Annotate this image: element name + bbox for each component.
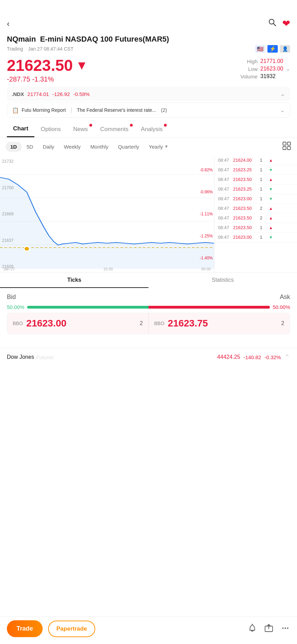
tick-row: 08:47 21623.50 1 ▲ — [214, 223, 297, 233]
comments-dot — [130, 124, 133, 127]
period-1d[interactable]: 1D — [6, 142, 22, 152]
tick-row: 08:47 21623.25 1 ▼ — [214, 184, 297, 194]
chart-area: 21732 21700 21669 21637 21605 -0.82% -0.… — [0, 155, 297, 272]
chart-labels-right: -0.82% -0.96% -1.11% -1.25% -1.40% — [200, 155, 213, 272]
price-change: -287.75 -1.31% — [7, 75, 88, 83]
svg-rect-3 — [287, 142, 290, 145]
trading-info: Trading Jan 27 08:47:44 CST — [7, 46, 74, 52]
yearly-arrow-icon: ▼ — [164, 144, 168, 149]
bbo-row: BBO 21623.00 2 BBO 21623.75 2 — [7, 313, 290, 334]
period-weekly[interactable]: Weekly — [59, 142, 86, 152]
person-icon: 👤 — [280, 45, 290, 53]
period-daily[interactable]: Daily — [38, 142, 59, 152]
news-banner-left: 📋 Futu Morning Report | The Federal Rese… — [12, 107, 280, 114]
tick-down-icon: ▼ — [269, 187, 273, 192]
grid-view-button[interactable] — [282, 141, 292, 152]
statistics-tab[interactable]: Statistics — [148, 273, 297, 288]
news-dot — [89, 124, 92, 127]
tick-down-icon: ▼ — [269, 168, 273, 172]
ticker-chevron-icon: ⌃ — [284, 353, 290, 361]
stock-title-section: NQmain E-mini NASDAQ 100 Futures(MAR5) T… — [0, 32, 297, 54]
alert-icon[interactable] — [248, 623, 257, 634]
stock-title: NQmain E-mini NASDAQ 100 Futures(MAR5) — [7, 35, 290, 44]
ticks-tab[interactable]: Ticks — [0, 273, 148, 288]
us-flag-icon: 🇺🇸 — [255, 45, 265, 53]
tick-row: 08:47 21623.50 1 ▲ — [214, 175, 297, 184]
tabs-section: Chart Options News Comments Analysis — [0, 120, 297, 138]
tick-row: 08:47 21623.25 1 ▼ — [214, 165, 297, 175]
ticks-panel: 08:47 21624.00 1 ▲ 08:47 21623.25 1 ▼ 08… — [214, 155, 297, 272]
price-right: High 21771.00 Low 21623.00 ⌄ Volume 3193… — [239, 58, 290, 81]
period-monthly[interactable]: Monthly — [86, 142, 113, 152]
period-selector: 1D 5D Daily Weekly Monthly Quarterly Yea… — [0, 138, 297, 155]
news-banner[interactable]: 📋 Futu Morning Report | The Federal Rese… — [7, 103, 290, 118]
bbo-ask-label: BBO — [154, 321, 165, 326]
papertrade-button[interactable]: Papertrade — [48, 621, 95, 637]
tick-up-icon: ▲ — [269, 206, 273, 211]
period-yearly[interactable]: Yearly ▼ — [144, 142, 173, 152]
analysis-dot — [164, 124, 167, 127]
tab-comments[interactable]: Comments — [94, 123, 135, 137]
price-arrow-icon: ▼ — [76, 58, 88, 73]
stock-meta: Trading Jan 27 08:47:44 CST 🇺🇸 ⚡ 👤 — [7, 45, 290, 53]
bbo-ask: BBO 21623.75 2 — [148, 313, 290, 334]
trade-button[interactable]: Trade — [7, 620, 43, 637]
tick-down-icon: ▼ — [269, 196, 273, 201]
bid-ask-header: Bid Ask — [7, 293, 290, 301]
ask-bar — [148, 306, 270, 309]
low-row: Low 21623.00 ⌄ — [239, 66, 290, 72]
period-quarterly[interactable]: Quarterly — [113, 142, 144, 152]
tick-up-icon: ▲ — [269, 177, 273, 182]
tick-up-icon: ▲ — [269, 216, 273, 221]
svg-rect-4 — [283, 147, 286, 150]
chart-dates: Jan 27 15:30 06:00 — [0, 267, 214, 271]
svg-point-18 — [287, 627, 288, 629]
bid-pct: 50.00% — [7, 304, 24, 310]
tick-up-icon: ▲ — [269, 158, 273, 163]
heart-icon[interactable]: ❤ — [282, 18, 290, 29]
ticker-price: 44424.25 — [217, 354, 240, 360]
news-source: Futu Morning Report — [22, 107, 66, 113]
svg-point-16 — [282, 627, 284, 629]
share-icon[interactable] — [264, 623, 274, 634]
ticker-futures-label: Futures — [36, 354, 54, 360]
price-left: 21623.50 ▼ -287.75 -1.31% — [7, 56, 88, 83]
tab-options[interactable]: Options — [34, 123, 67, 137]
bid-bar — [27, 306, 148, 309]
lightning-icon: ⚡ — [267, 45, 278, 53]
tab-chart[interactable]: Chart — [7, 122, 34, 137]
bid-ask-section: Bid Ask 50.00% 50.00% BBO 21623.00 2 BBO… — [0, 288, 297, 337]
bottom-nav: Trade Papertrade — [0, 616, 297, 644]
tick-row: 08:47 21623.50 2 ▲ — [214, 204, 297, 213]
tab-news[interactable]: News — [67, 123, 94, 137]
svg-point-17 — [285, 627, 286, 629]
back-button[interactable]: ‹ — [7, 19, 10, 29]
news-headline: The Federal Reserve's interest rate... — [77, 107, 156, 113]
period-5d[interactable]: 5D — [22, 142, 38, 152]
tick-down-icon: ▼ — [269, 235, 273, 240]
chart-main[interactable]: 21732 21700 21669 21637 21605 -0.82% -0.… — [0, 155, 214, 272]
ndx-bar[interactable]: .NDX 21774.01 -126.92 -0.58% ⌄ — [7, 87, 290, 101]
ticker-change: -140.82 — [244, 354, 261, 360]
bbo-bid-price: 21623.00 — [26, 318, 67, 329]
svg-line-1 — [274, 24, 276, 26]
bid-ask-bars: 50.00% 50.00% — [7, 304, 290, 310]
news-count: (2) — [161, 107, 167, 113]
high-row: High 21771.00 — [239, 58, 290, 64]
ndx-chevron-icon: ⌄ — [280, 90, 285, 98]
bottom-ticker[interactable]: Dow Jones Futures 44424.25 -140.82 -0.32… — [0, 348, 297, 366]
more-icon[interactable] — [280, 623, 290, 634]
search-icon[interactable] — [268, 18, 277, 29]
nav-icons — [248, 623, 290, 634]
tick-row: 08:47 21623.00 1 ▼ — [214, 194, 297, 204]
header-left: ‹ — [7, 19, 10, 29]
bid-label: Bid — [7, 293, 16, 301]
header-right: ❤ — [268, 18, 290, 29]
tab-analysis[interactable]: Analysis — [135, 123, 169, 137]
ticks-statistics-toggle: Ticks Statistics — [0, 272, 297, 288]
bbo-bid: BBO 21623.00 2 — [7, 313, 148, 334]
tick-row: 08:47 21624.00 1 ▲ — [214, 155, 297, 165]
ticker-pct: -0.32% — [264, 354, 281, 360]
tick-row: 08:47 21623.50 2 ▲ — [214, 213, 297, 223]
bbo-bid-label: BBO — [13, 321, 23, 326]
